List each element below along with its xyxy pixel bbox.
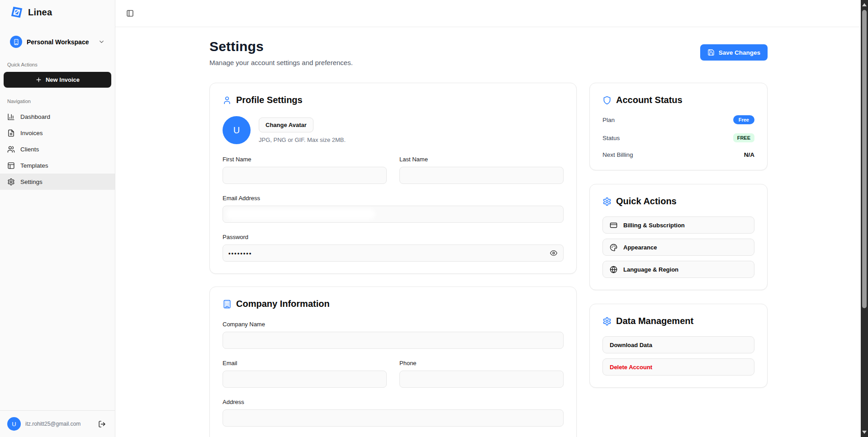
gear-icon — [7, 178, 15, 186]
logout-button[interactable] — [96, 418, 108, 430]
shield-icon — [602, 96, 612, 105]
appearance-label: Appearance — [623, 244, 657, 251]
panel-left-icon — [126, 9, 134, 17]
scroll-up-arrow-icon[interactable] — [862, 3, 867, 6]
app-title: Linea — [28, 7, 52, 18]
credit-card-icon — [610, 221, 617, 229]
user-avatar: U — [7, 417, 21, 431]
sidebar-user-footer: U itz.rohitt25@gmail.com — [0, 410, 115, 437]
delete-account-label: Delete Account — [610, 364, 652, 371]
sidebar: Linea Personal Workspace Quick Actions N… — [0, 0, 115, 437]
save-changes-button[interactable]: Save Changes — [700, 44, 768, 61]
nav-label: Clients — [20, 146, 39, 153]
topbar — [115, 0, 861, 27]
company-phone-label: Phone — [399, 360, 564, 367]
chevron-down-icon — [98, 38, 105, 45]
nav-label: Dashboard — [20, 113, 50, 120]
language-region-button[interactable]: Language & Region — [602, 261, 754, 278]
company-information-card: Company Information Company Name Email — [209, 287, 577, 437]
last-name-label: Last Name — [399, 156, 564, 163]
next-billing-label: Next Billing — [602, 151, 633, 158]
scrollbar-thumb[interactable] — [862, 10, 867, 308]
building-icon — [223, 300, 232, 309]
sidebar-navigation: Dashboard Invoices Clients Templates — [0, 108, 115, 190]
page-content: Settings Manage your account settings an… — [115, 27, 861, 437]
download-data-button[interactable]: Download Data — [602, 336, 754, 353]
first-name-field[interactable] — [223, 167, 387, 184]
page-header: Settings Manage your account settings an… — [209, 39, 768, 66]
page-title: Settings — [209, 39, 353, 54]
sidebar-item-invoices[interactable]: Invoices — [0, 125, 115, 141]
profile-avatar: U — [223, 116, 251, 144]
company-name-label: Company Name — [223, 321, 564, 328]
nav-label: Settings — [20, 179, 43, 185]
avatar-hint: JPG, PNG or GIF. Max size 2MB. — [259, 136, 346, 143]
download-data-label: Download Data — [610, 342, 652, 348]
save-icon — [707, 49, 715, 56]
profile-settings-title: Profile Settings — [236, 95, 303, 105]
workspace-selector[interactable]: Personal Workspace — [5, 33, 109, 51]
status-label: Status — [602, 135, 620, 141]
linea-logo-icon — [10, 5, 24, 19]
password-field[interactable] — [223, 244, 564, 262]
logout-icon — [98, 420, 106, 428]
plus-icon — [35, 76, 42, 83]
password-label: Password — [223, 234, 564, 240]
eye-icon — [550, 249, 557, 257]
next-billing-value: N/A — [744, 151, 754, 158]
last-name-field[interactable] — [399, 167, 564, 184]
data-management-card: Data Management Download Data Delete Acc… — [589, 304, 768, 388]
company-phone-field[interactable] — [399, 371, 564, 388]
first-name-label: First Name — [223, 156, 387, 163]
users-icon — [7, 146, 15, 153]
language-region-label: Language & Region — [623, 266, 678, 273]
gear-icon — [602, 317, 612, 326]
quick-actions-label: Quick Actions — [0, 62, 115, 67]
page-scrollbar[interactable] — [861, 0, 868, 437]
palette-icon — [610, 244, 617, 251]
data-management-title: Data Management — [616, 316, 693, 326]
app-window: Linea Personal Workspace Quick Actions N… — [0, 0, 868, 437]
profile-settings-card: Profile Settings U Change Avatar JPG, PN… — [209, 83, 577, 274]
new-invoice-button[interactable]: New Invoice — [4, 72, 111, 88]
navigation-label: Navigation — [0, 99, 115, 104]
workspace-building-icon — [10, 36, 22, 48]
gear-icon — [602, 197, 612, 206]
globe-icon — [610, 266, 617, 273]
company-address-label: Address — [223, 399, 564, 405]
billing-subscription-button[interactable]: Billing & Subscription — [602, 216, 754, 234]
scroll-down-arrow-icon[interactable] — [862, 431, 867, 434]
user-icon — [223, 96, 232, 105]
sidebar-item-settings[interactable]: Settings — [0, 174, 115, 190]
sidebar-item-dashboard[interactable]: Dashboard — [0, 108, 115, 125]
sidebar-item-clients[interactable]: Clients — [0, 141, 115, 157]
change-avatar-button[interactable]: Change Avatar — [259, 117, 313, 132]
sidebar-item-templates[interactable]: Templates — [0, 157, 115, 174]
account-status-card: Account Status Plan Free Status FREE — [589, 83, 768, 170]
sidebar-toggle-button[interactable] — [124, 8, 136, 19]
company-information-title: Company Information — [236, 299, 330, 309]
layout-icon — [7, 162, 15, 169]
brand-header: Linea — [0, 0, 115, 23]
status-row-next-billing: Next Billing N/A — [602, 151, 754, 158]
status-row-status: Status FREE — [602, 133, 754, 142]
new-invoice-label: New Invoice — [46, 76, 80, 83]
quick-actions-title: Quick Actions — [616, 196, 677, 207]
page-subtitle: Manage your account settings and prefere… — [209, 59, 353, 66]
company-address-field[interactable] — [223, 409, 564, 427]
delete-account-button[interactable]: Delete Account — [602, 358, 754, 376]
nav-label: Templates — [20, 162, 48, 169]
plan-label: Plan — [602, 117, 615, 123]
company-name-field[interactable] — [223, 332, 564, 349]
plan-badge: Free — [733, 115, 754, 124]
toggle-password-visibility-button[interactable] — [548, 248, 559, 258]
invoice-file-icon — [7, 129, 15, 137]
company-email-field[interactable] — [223, 371, 387, 388]
user-email: itz.rohitt25@gmail.com — [25, 421, 92, 427]
status-row-plan: Plan Free — [602, 115, 754, 124]
appearance-button[interactable]: Appearance — [602, 239, 754, 256]
email-address-field[interactable] — [223, 206, 564, 223]
workspace-name: Personal Workspace — [27, 38, 94, 46]
billing-subscription-label: Billing & Subscription — [623, 222, 685, 229]
nav-label: Invoices — [20, 130, 43, 136]
